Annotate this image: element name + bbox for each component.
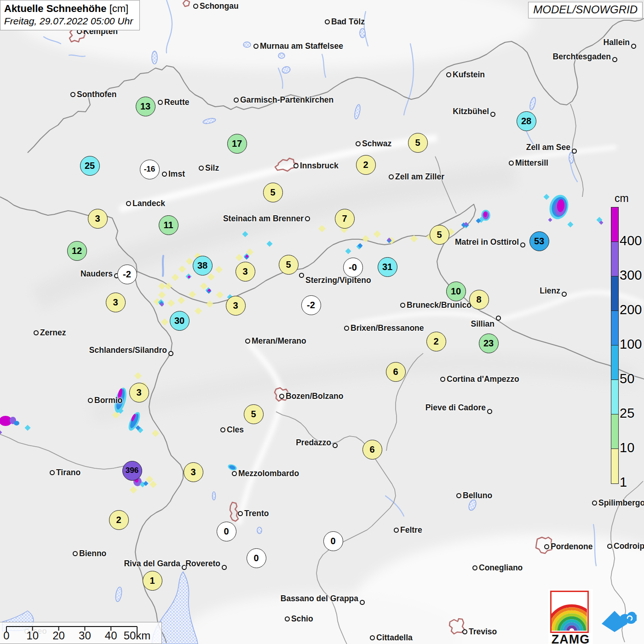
- station-value-badge: 3: [236, 262, 255, 282]
- station-value-badge: 3: [88, 209, 108, 229]
- model-label: MODEL/SNOWGRID: [528, 2, 643, 18]
- title-box: Aktuelle Schneehöhe [cm] Freitag, 29.07.…: [0, 0, 140, 30]
- legend-segment: [611, 414, 618, 449]
- mountain-cloud-icon: [599, 604, 637, 633]
- station-value-badge: 7: [335, 209, 355, 229]
- station-value-badge: 2: [109, 510, 129, 530]
- station-value-badge: 38: [193, 256, 213, 276]
- scale-label: 30: [79, 629, 91, 642]
- station-value-badge: 2: [426, 332, 446, 351]
- scale-label: 10: [26, 629, 39, 642]
- scale-label: 50km: [124, 629, 151, 642]
- title-unit: [cm]: [109, 3, 129, 14]
- station-value-badge: 3: [184, 462, 203, 482]
- legend-tick-label: 300: [620, 268, 642, 283]
- station-value-badge: 30: [170, 311, 190, 331]
- station-value-badge: 5: [244, 404, 264, 424]
- station-value-badge: 5: [408, 133, 428, 153]
- scalebar: 01020304050km: [0, 622, 162, 644]
- station-value-badge: 12: [67, 241, 87, 261]
- legend-tick-label: 100: [620, 337, 642, 352]
- legend-tick-label: 10: [620, 440, 634, 455]
- station-value-badge: 23: [479, 334, 499, 353]
- station-value-badge: 31: [378, 257, 397, 277]
- station-value-badge: 5: [263, 183, 283, 202]
- map-datetime: Freitag, 29.07.2022 05:00 Uhr: [4, 15, 133, 27]
- legend-segment: [611, 207, 618, 242]
- legend-tick-label: 50: [620, 371, 634, 386]
- legend-segment: [611, 311, 618, 345]
- legend-segment: [611, 345, 618, 380]
- station-value-badge: -16: [140, 160, 160, 179]
- snowgrid-map: SchongauBad TölzKemptenMurnau am Staffel…: [0, 0, 644, 644]
- station-value-badge: 3: [129, 383, 149, 402]
- legend-tick-label: 200: [620, 302, 642, 317]
- scale-label: 40: [105, 629, 117, 642]
- station-value-badge: 396: [122, 461, 142, 481]
- station-value-badge: 1: [143, 571, 162, 591]
- station-value-badge: 53: [529, 231, 549, 251]
- station-value-badge: 6: [362, 440, 382, 460]
- station-value-badge: 8: [469, 290, 489, 310]
- station-value-badge: 13: [136, 97, 155, 116]
- legend-tick-label: 25: [620, 406, 634, 421]
- legend-segment: [611, 380, 618, 414]
- station-value-badge: 3: [226, 296, 246, 316]
- station-value-badge: 5: [279, 255, 299, 275]
- legend-segment: [611, 449, 618, 483]
- station-value-badge: 6: [386, 362, 406, 382]
- legend-tick-label: 1: [620, 475, 627, 490]
- station-value-badge: 0: [217, 522, 236, 541]
- station-value-badge: 3: [106, 293, 126, 312]
- zamg-logo: ZAMG: [548, 589, 593, 644]
- station-value-badge: 5: [430, 225, 449, 245]
- station-value-badge: 25: [80, 156, 100, 176]
- legend-segment: [611, 242, 618, 276]
- stations-layer: 132817525-16253117512533853-2-0311083-23…: [0, 0, 644, 644]
- station-value-badge: 11: [159, 215, 178, 235]
- station-value-badge: 17: [227, 134, 247, 154]
- scale-label: 20: [52, 629, 65, 642]
- station-value-badge: 2: [356, 155, 376, 175]
- legend-segment: [611, 276, 618, 311]
- legend-unit-label: cm: [615, 192, 629, 205]
- station-value-badge: -2: [117, 264, 137, 284]
- scale-label: 0: [3, 629, 9, 642]
- zamg-wordmark: ZAMG: [548, 632, 593, 644]
- zamg-rainbow-icon: [550, 591, 589, 633]
- map-title: Aktuelle Schneehöhe [cm]: [4, 3, 133, 15]
- station-value-badge: 0: [323, 531, 343, 551]
- station-value-badge: 28: [517, 111, 536, 131]
- station-value-badge: -0: [343, 258, 363, 277]
- legend-tick-label: 400: [620, 233, 642, 248]
- station-value-badge: 10: [446, 282, 466, 301]
- station-value-badge: -2: [301, 295, 321, 315]
- station-value-badge: 0: [247, 548, 266, 568]
- legend-colorbar: [611, 207, 619, 484]
